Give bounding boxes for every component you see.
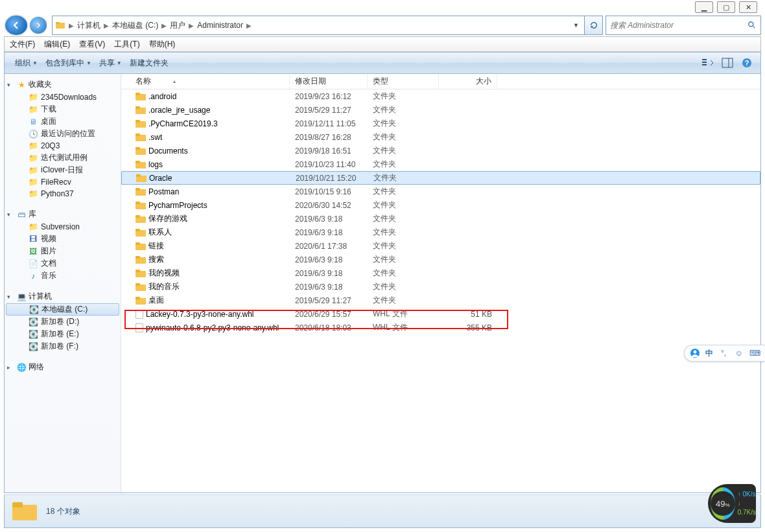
sidebar-item-iteration-test[interactable]: 📁迭代测试用例 [5, 152, 121, 164]
sidebar-item-python37[interactable]: 📁Python37 [5, 188, 121, 200]
view-mode-button[interactable] [701, 56, 715, 70]
menu-view[interactable]: 查看(V) [79, 39, 105, 50]
sidebar-network-header[interactable]: ▸🌐 网络 [5, 360, 121, 374]
file-row[interactable]: .PyCharmCE2019.32019/12/11 11:05文件夹 [121, 117, 760, 130]
ime-toolbar[interactable]: 中 °, ☺ ⌨ [684, 345, 765, 362]
sidebar-item-subversion[interactable]: 📁Subversion [5, 221, 121, 233]
file-type: 文件夹 [368, 104, 439, 115]
folder-icon [135, 295, 146, 306]
sidebar-favorites-header[interactable]: ▾★ 收藏夹 [5, 78, 121, 91]
column-header-type[interactable]: 类型 [368, 74, 439, 89]
crumb-users[interactable]: 用户 [167, 20, 188, 31]
breadcrumb-bar[interactable]: ▶ 计算机 ▶ 本地磁盘 (C:) ▶ 用户 ▶ Administrator ▶… [52, 16, 585, 35]
sidebar-item-drive-e[interactable]: 💽新加卷 (E:) [5, 328, 121, 340]
nav-back-button[interactable] [5, 16, 27, 35]
file-date: 2020/6/18 18:03 [290, 323, 368, 332]
file-type: 文件夹 [368, 227, 439, 238]
organize-button[interactable]: 组织▼ [11, 56, 41, 71]
preview-pane-button[interactable] [720, 56, 735, 70]
column-header-date[interactable]: 修改日期 [290, 74, 368, 89]
sidebar-item-desktop[interactable]: 🖥桌面 [5, 115, 121, 128]
folder-icon [135, 119, 146, 129]
sidebar-item-drive-f[interactable]: 💽新加卷 (F:) [5, 340, 121, 353]
sidebar-item-videos[interactable]: 🎞视频 [5, 233, 121, 245]
maximize-button[interactable]: ▢ [717, 1, 735, 13]
menu-edit[interactable]: 编辑(E) [44, 39, 70, 50]
network-monitor-widget[interactable]: 49% ↑ 0K/s ↓ 0.7K/s [708, 484, 756, 523]
file-row[interactable]: .swt2019/8/27 16:28文件夹 [121, 130, 760, 144]
file-date: 2019/6/3 9:18 [290, 214, 368, 224]
file-row[interactable]: Oracle2019/10/21 15:20文件夹 [121, 171, 760, 185]
sidebar-item-20q3[interactable]: 📁20Q3 [5, 140, 121, 152]
sidebar-item-drive-c[interactable]: 💽本地磁盘 (C:) [6, 303, 119, 316]
smiley-icon[interactable]: ☺ [734, 348, 744, 358]
file-row[interactable]: logs2019/10/23 11:40文件夹 [121, 157, 760, 171]
keyboard-icon[interactable]: ⌨ [749, 348, 760, 358]
file-row[interactable]: PycharmProjects2020/6/30 14:52文件夹 [121, 198, 760, 212]
file-row[interactable]: 链接2020/6/1 17:38文件夹 [121, 239, 760, 253]
file-row[interactable]: .oracle_jre_usage2019/5/29 11:27文件夹 [121, 103, 760, 117]
menu-tools[interactable]: 工具(T) [114, 39, 139, 50]
sidebar-libraries-header[interactable]: ▾🗃 库 [5, 207, 121, 221]
sidebar-item-2345downloads[interactable]: 📁2345Downloads [5, 91, 121, 103]
command-bar: 组织▼ 包含到库中▼ 共享▼ 新建文件夹 ? [4, 52, 761, 74]
file-row[interactable]: 保存的游戏2019/6/3 9:18文件夹 [121, 212, 760, 226]
file-row[interactable]: 联系人2019/6/3 9:18文件夹 [121, 226, 760, 239]
share-button[interactable]: 共享▼ [95, 56, 126, 71]
sidebar-item-iclover[interactable]: 📁iClover-日报 [5, 164, 121, 176]
ime-mode-label[interactable]: 中 [705, 348, 713, 359]
file-row[interactable]: Lackey-0.7.3-py3-none-any.whl2020/6/29 1… [121, 307, 760, 321]
include-library-button[interactable]: 包含到库中▼ [41, 56, 95, 71]
sidebar-item-recent[interactable]: 🕓最近访问的位置 [5, 128, 121, 140]
search-input[interactable] [610, 21, 747, 30]
close-button[interactable]: ✕ [739, 1, 757, 13]
folder-icon: 📁 [28, 177, 38, 187]
file-list-pane[interactable]: 名称▴ 修改日期 类型 大小 .android2019/9/23 16:12文件… [121, 74, 760, 492]
help-button[interactable]: ? [740, 56, 754, 70]
file-type: 文件夹 [368, 118, 439, 129]
new-folder-button[interactable]: 新建文件夹 [126, 56, 172, 71]
menu-help[interactable]: 帮助(H) [149, 39, 176, 50]
sidebar-item-filerecv[interactable]: 📁FileRecv [5, 176, 121, 188]
file-row[interactable]: 搜索2019/6/3 9:18文件夹 [121, 253, 760, 266]
file-type: 文件夹 [368, 145, 439, 156]
file-row[interactable]: 桌面2019/5/29 11:27文件夹 [121, 294, 760, 307]
minimize-button[interactable]: ▁ [695, 1, 713, 13]
music-icon: ♪ [28, 271, 38, 281]
file-name: pywinauto-0.6.8-py2.py3-none-any.whl [146, 323, 279, 332]
folder-icon [135, 105, 146, 115]
crumb-computer[interactable]: 计算机 [75, 20, 103, 31]
sidebar-computer-header[interactable]: ▾💻 计算机 [5, 290, 121, 303]
file-row[interactable]: pywinauto-0.6.8-py2.py3-none-any.whl2020… [121, 321, 760, 334]
usage-ring-icon: 49% [711, 487, 735, 520]
search-icon[interactable] [747, 21, 757, 30]
ime-punct-icon[interactable]: °, [718, 348, 729, 358]
chevron-right-icon: ▶ [246, 22, 252, 29]
file-row[interactable]: 我的音乐2019/6/3 9:18文件夹 [121, 280, 760, 294]
svg-rect-26 [135, 188, 140, 191]
sidebar-item-music[interactable]: ♪音乐 [5, 270, 121, 282]
sidebar-item-pictures[interactable]: 🖼图片 [5, 245, 121, 257]
chevron-right-icon: ▶ [103, 22, 110, 29]
crumb-administrator[interactable]: Administrator [194, 21, 246, 30]
file-row[interactable]: .android2019/9/23 16:12文件夹 [121, 89, 760, 103]
folder-icon [11, 500, 38, 523]
svg-rect-20 [135, 147, 140, 150]
avatar-icon[interactable] [690, 348, 700, 358]
refresh-button[interactable] [585, 16, 603, 35]
menu-file[interactable]: 文件(F) [10, 39, 35, 50]
nav-forward-button[interactable] [30, 17, 47, 34]
column-header-size[interactable]: 大小 [439, 74, 497, 89]
file-row[interactable]: Postman2019/10/15 9:16文件夹 [121, 185, 760, 198]
navigation-pane[interactable]: ▾★ 收藏夹 📁2345Downloads 📁下载 🖥桌面 🕓最近访问的位置 📁… [5, 74, 121, 492]
file-row[interactable]: 我的视频2019/6/3 9:18文件夹 [121, 266, 760, 280]
column-header-name[interactable]: 名称▴ [121, 74, 290, 89]
crumb-drive-c[interactable]: 本地磁盘 (C:) [110, 20, 161, 31]
sidebar-item-downloads[interactable]: 📁下载 [5, 103, 121, 115]
sidebar-item-drive-d[interactable]: 💽新加卷 (D:) [5, 316, 121, 328]
sidebar-item-documents[interactable]: 📄文档 [5, 257, 121, 270]
file-row[interactable]: Documents2019/9/18 16:51文件夹 [121, 144, 760, 157]
address-history-dropdown[interactable]: ▼ [571, 22, 582, 29]
folder-icon: 📁 [28, 141, 38, 151]
search-box[interactable] [606, 16, 761, 35]
